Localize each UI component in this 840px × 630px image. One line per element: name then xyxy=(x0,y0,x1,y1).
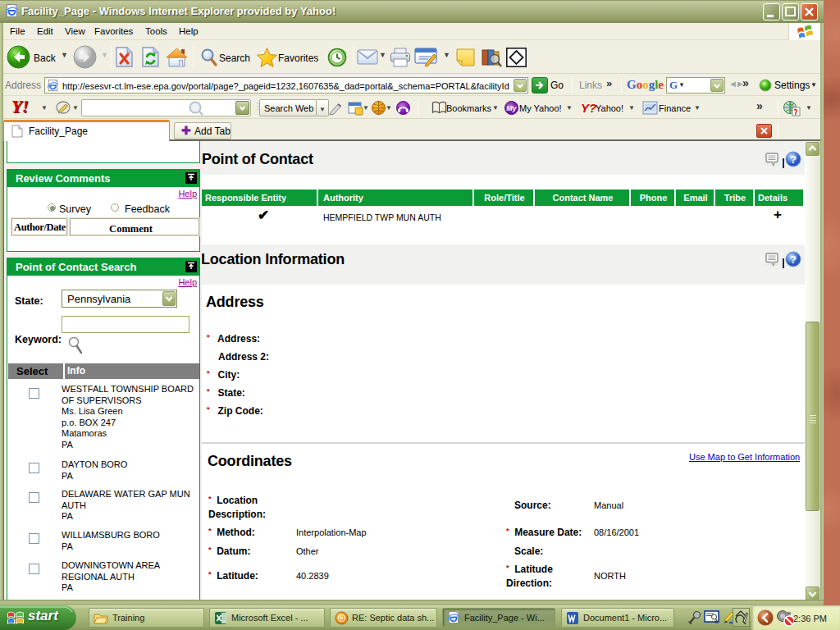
svg-text:?: ? xyxy=(790,153,797,166)
svg-text:?: ? xyxy=(790,253,797,266)
svg-text:My: My xyxy=(506,104,517,112)
